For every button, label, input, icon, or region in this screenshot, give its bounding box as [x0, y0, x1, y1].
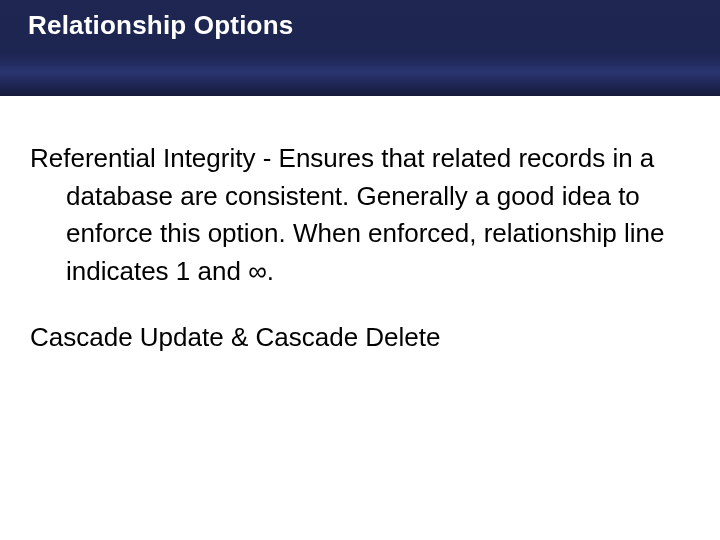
slide-body: Referential Integrity - Ensures that rel…	[0, 96, 720, 356]
body-paragraph-1: Referential Integrity - Ensures that rel…	[30, 140, 690, 291]
slide: Relationship Options Referential Integri…	[0, 0, 720, 540]
body-paragraph-2: Cascade Update & Cascade Delete	[30, 319, 690, 357]
title-bar: Relationship Options	[0, 0, 720, 96]
slide-title: Relationship Options	[28, 10, 692, 41]
